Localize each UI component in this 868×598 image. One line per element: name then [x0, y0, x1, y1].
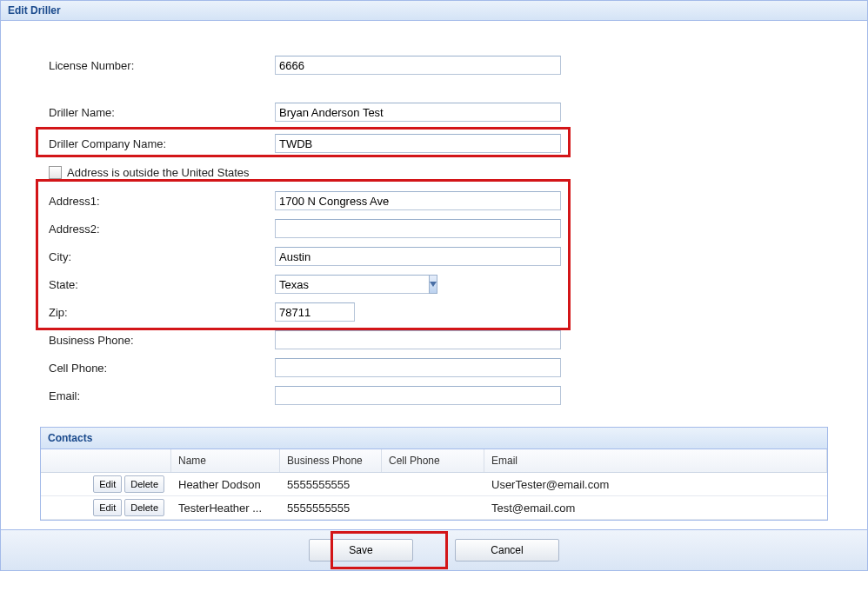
delete-button[interactable]: Delete — [124, 475, 164, 493]
cell-name: Heather Dodson — [171, 478, 280, 491]
contacts-grid: Name Business Phone Cell Phone Email Edi… — [41, 449, 827, 520]
panel-body: License Number: Driller Name: Driller Co… — [1, 21, 867, 529]
business-phone-input[interactable] — [275, 330, 561, 349]
panel-title: Edit Driller — [1, 1, 867, 21]
highlight-box-save — [331, 531, 448, 569]
cell-phone-input[interactable] — [275, 358, 561, 377]
driller-name-input[interactable] — [275, 103, 561, 122]
form-wrap: License Number: Driller Name: Driller Co… — [36, 51, 832, 409]
outside-us-checkbox[interactable] — [49, 166, 62, 179]
email-input[interactable] — [275, 386, 561, 405]
label-license: License Number: — [36, 59, 275, 72]
highlight-box-address — [36, 179, 571, 330]
row-cell-phone: Cell Phone: — [36, 354, 832, 382]
cell-name: TesterHeather ... — [171, 502, 280, 515]
label-cell-phone: Cell Phone: — [36, 362, 275, 375]
edit-driller-panel: Edit Driller License Number: Driller Nam… — [0, 0, 868, 571]
delete-button[interactable]: Delete — [124, 499, 164, 516]
cell-bphone: 5555555555 — [280, 478, 382, 491]
label-driller-name: Driller Name: — [36, 106, 275, 119]
cancel-button[interactable]: Cancel — [455, 539, 559, 561]
label-business-phone: Business Phone: — [36, 334, 275, 347]
edit-button[interactable]: Edit — [93, 499, 122, 516]
col-name: Name — [171, 449, 280, 472]
cell-email: Test@email.com — [484, 502, 827, 515]
footer-bar: Save Cancel — [1, 529, 867, 570]
contacts-panel: Contacts Name Business Phone Cell Phone … — [40, 427, 828, 521]
label-email: Email: — [36, 389, 275, 402]
table-row: Edit Delete TesterHeather ... 5555555555… — [41, 496, 827, 520]
col-cphone: Cell Phone — [382, 449, 484, 472]
contacts-title: Contacts — [41, 428, 827, 449]
license-input[interactable] — [275, 56, 561, 75]
label-outside-us: Address is outside the United States — [67, 166, 250, 179]
row-license: License Number: — [36, 51, 832, 79]
row-email: Email: — [36, 382, 832, 409]
row-driller-name: Driller Name: — [36, 98, 832, 126]
edit-button[interactable]: Edit — [93, 475, 122, 493]
col-email: Email — [484, 449, 827, 472]
highlight-box-company — [36, 127, 571, 157]
cell-email: UserTester@email.com — [484, 478, 827, 491]
table-row: Edit Delete Heather Dodson 5555555555 Us… — [41, 473, 827, 496]
cell-bphone: 5555555555 — [280, 502, 382, 515]
col-bphone: Business Phone — [280, 449, 382, 472]
contacts-header-row: Name Business Phone Cell Phone Email — [41, 449, 827, 473]
col-actions — [41, 449, 171, 472]
